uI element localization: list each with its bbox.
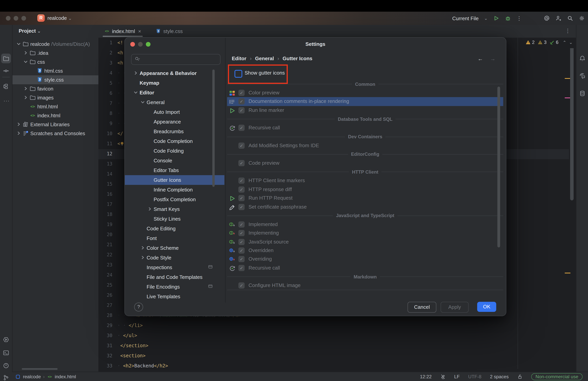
option-checkbox[interactable]: ✓ bbox=[238, 195, 245, 201]
tab-index-html[interactable]: <>index.html× bbox=[100, 25, 145, 37]
option-checkbox[interactable]: ✓ bbox=[238, 230, 245, 236]
gutter-option-run-line-marker[interactable]: ✓Run line marker bbox=[227, 106, 503, 115]
settings-tree-item-editor-tabs[interactable]: Editor Tabs bbox=[125, 165, 224, 175]
tab-style-css[interactable]: 3style.css bbox=[152, 25, 187, 37]
terminal-tool-icon[interactable] bbox=[3, 350, 9, 356]
option-checkbox[interactable]: ✓ bbox=[238, 265, 245, 271]
settings-tree-item-inspections[interactable]: Inspections bbox=[125, 263, 224, 272]
show-gutter-icons-checkbox[interactable] bbox=[234, 70, 242, 78]
help-button[interactable]: ? bbox=[134, 303, 143, 311]
back-arrow-icon[interactable]: ← bbox=[478, 56, 483, 62]
breadcrumb-gutter-icons[interactable]: Gutter Icons bbox=[283, 56, 312, 61]
project-tree-item-favicon[interactable]: favicon bbox=[12, 84, 98, 93]
inspections-widget[interactable]: 2 3 6 ⌃ ⌄ bbox=[525, 40, 573, 45]
breadcrumb-general[interactable]: General bbox=[255, 56, 274, 61]
options-scrollbar[interactable] bbox=[497, 87, 500, 248]
project-tree-item-realcode[interactable]: realcode /Volumes/Disc(A) bbox=[12, 40, 98, 49]
debug-icon[interactable] bbox=[505, 15, 511, 21]
settings-tree-item-sticky-lines[interactable]: Sticky Lines bbox=[125, 214, 224, 224]
code-line-2[interactable]: <h bbox=[117, 50, 123, 56]
dialog-close-button[interactable] bbox=[130, 42, 135, 47]
code-line-33[interactable]: · <h2>Backend</h2> bbox=[117, 363, 168, 369]
settings-tree-item-appearance[interactable]: Appearance bbox=[125, 117, 224, 127]
close-tab-icon[interactable]: × bbox=[138, 28, 141, 34]
run-icon[interactable] bbox=[493, 15, 499, 21]
settings-tree-item-code-completion[interactable]: Code Completion bbox=[125, 136, 224, 146]
project-tree-item-style-css[interactable]: 3style.css bbox=[12, 75, 98, 84]
settings-tree-item-keymap[interactable]: Keymap bbox=[125, 78, 224, 88]
editor-vscrollbar[interactable] bbox=[570, 48, 574, 200]
line-separator[interactable]: LF bbox=[454, 374, 460, 380]
settings-tree-item-inline-completion[interactable]: Inline Completion bbox=[125, 185, 224, 195]
gutter-option-overriding[interactable]: ✓Overriding bbox=[227, 255, 503, 264]
ai-assistant-icon[interactable] bbox=[544, 15, 550, 21]
code-with-me-icon[interactable] bbox=[555, 15, 562, 21]
gutter-option-color-preview[interactable]: ✓Color preview bbox=[227, 89, 503, 97]
project-tree-item-scratches-and-consoles[interactable]: Scratches and Consoles bbox=[12, 129, 98, 138]
gutter-option-documentation-comments-in-place-rendering[interactable]: ✓Documentation comments in-place renderi… bbox=[227, 97, 503, 106]
settings-tree-item-color-scheme[interactable]: Color Scheme bbox=[125, 243, 224, 253]
chevron-right-icon[interactable] bbox=[16, 121, 22, 127]
window-project-name[interactable]: realcode ⌄ bbox=[47, 15, 72, 21]
gutter-option-http-client-line-markers[interactable]: ✓HTTP Client line markers bbox=[227, 176, 503, 185]
chevron-right-icon[interactable] bbox=[22, 50, 29, 56]
option-checkbox[interactable]: ✓ bbox=[238, 160, 245, 166]
prev-problem-icon[interactable]: ⌃ bbox=[563, 40, 566, 45]
dialog-minimize-button[interactable] bbox=[138, 42, 143, 47]
gutter-option-configure-html-image[interactable]: ✓Configure HTML image bbox=[227, 281, 503, 290]
status-breadcrumb-file[interactable]: index.html bbox=[55, 374, 76, 380]
chevron-down-icon[interactable] bbox=[22, 59, 29, 65]
settings-search-box[interactable] bbox=[131, 54, 221, 65]
commit-tool-icon[interactable] bbox=[3, 68, 9, 74]
chevron-right-icon[interactable] bbox=[22, 85, 29, 92]
project-tree-item-html-html[interactable]: <>html.html bbox=[12, 102, 98, 111]
tab-list-more-icon[interactable]: ⋮ bbox=[565, 28, 570, 34]
option-checkbox[interactable]: ✓ bbox=[238, 178, 245, 184]
settings-tree-item-file-and-code-templates[interactable]: File and Code Templates bbox=[125, 272, 224, 282]
chevron-right-icon[interactable] bbox=[133, 70, 139, 76]
option-checkbox[interactable]: ✓ bbox=[238, 90, 245, 96]
settings-tree-item-smart-keys[interactable]: Smart Keys bbox=[125, 204, 224, 214]
chevron-down-icon[interactable] bbox=[140, 99, 146, 105]
next-problem-icon[interactable]: ⌄ bbox=[569, 40, 573, 45]
project-panel-header[interactable]: Project ⌄ bbox=[19, 28, 41, 34]
stripe-warning-tick[interactable] bbox=[565, 78, 570, 79]
project-tree-item-html-css[interactable]: 3html.css bbox=[12, 66, 98, 75]
settings-gear-icon[interactable] bbox=[579, 15, 585, 21]
code-line-3[interactable]: <h bbox=[117, 60, 123, 66]
chevron-right-icon[interactable] bbox=[22, 94, 29, 101]
gutter-option-implementing[interactable]: ✓Implementing bbox=[227, 229, 503, 238]
problems-tool-icon[interactable] bbox=[3, 362, 9, 369]
chevron-right-icon[interactable] bbox=[140, 245, 146, 251]
gutter-option-code-preview[interactable]: ✓Code preview bbox=[227, 159, 503, 168]
project-panel-hscrollbar[interactable] bbox=[22, 368, 58, 370]
settings-tree-item-postfix-completion[interactable]: Postfix Completion bbox=[125, 195, 224, 204]
settings-tree-item-code-style[interactable]: Code Style bbox=[125, 253, 224, 263]
code-line-10[interactable]: </ bbox=[117, 131, 123, 136]
git-tool-icon[interactable] bbox=[3, 374, 9, 381]
lock-icon[interactable] bbox=[517, 374, 523, 380]
settings-tree-item-file-encodings[interactable]: File Encodings bbox=[125, 282, 224, 292]
code-line-31[interactable]: </section> bbox=[117, 343, 148, 348]
caret-position[interactable]: 12:22 bbox=[420, 374, 432, 380]
settings-tree-item-code-folding[interactable]: Code Folding bbox=[125, 146, 224, 156]
chevron-down-icon[interactable] bbox=[133, 89, 139, 95]
minimize-window-button[interactable] bbox=[14, 16, 18, 20]
settings-tree-item-auto-import[interactable]: Auto Import bbox=[125, 107, 224, 117]
option-checkbox[interactable]: ✓ bbox=[238, 239, 245, 245]
dialog-zoom-button[interactable] bbox=[146, 42, 150, 47]
indent-style[interactable]: 2 spaces bbox=[490, 374, 509, 380]
option-checkbox[interactable]: ✓ bbox=[238, 221, 245, 228]
settings-tree-item-code-editing[interactable]: Code Editing bbox=[125, 224, 224, 233]
license-badge[interactable]: Non-commercial use bbox=[531, 373, 583, 380]
settings-search-input[interactable] bbox=[145, 55, 218, 64]
breadcrumb-editor[interactable]: Editor bbox=[232, 56, 246, 61]
settings-tree-item-live-templates[interactable]: Live Templates bbox=[125, 292, 224, 301]
project-tree-item-css[interactable]: css bbox=[12, 57, 98, 66]
apply-button[interactable]: Apply bbox=[441, 302, 469, 313]
file-encoding[interactable]: UTF-8 bbox=[468, 374, 482, 380]
settings-tree-item-font[interactable]: Font bbox=[125, 233, 224, 243]
close-window-button[interactable] bbox=[6, 16, 10, 20]
cancel-button[interactable]: Cancel bbox=[408, 302, 436, 313]
project-tree-item-external-libraries[interactable]: External Libraries bbox=[12, 120, 98, 129]
